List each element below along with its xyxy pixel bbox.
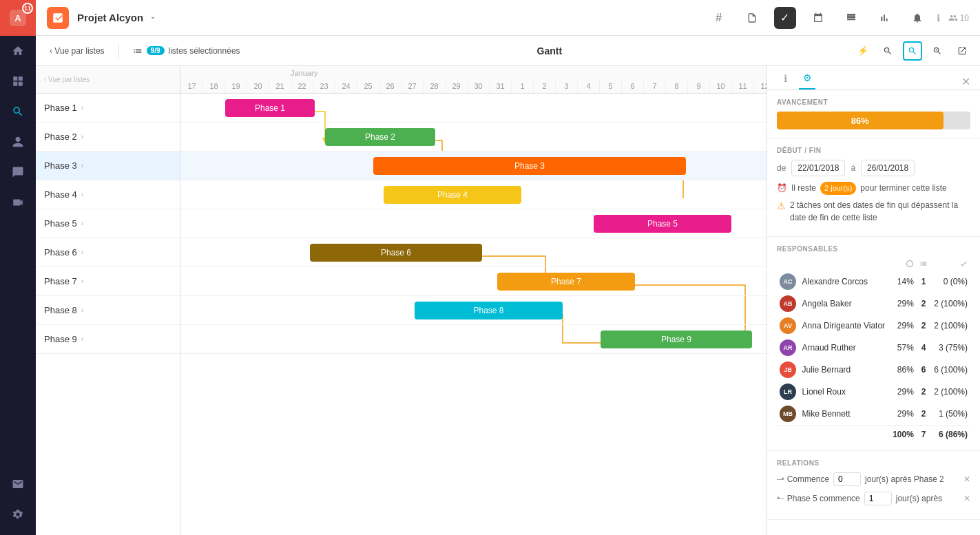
gantt-row-phase7[interactable]: Phase 7	[180, 267, 767, 296]
toolbar-lightning-icon[interactable]: ⚡	[853, 41, 873, 61]
toolbar-search-btn[interactable]	[903, 41, 922, 61]
relation-close-2[interactable]: ✕	[963, 494, 970, 503]
gantt-bar-phase7[interactable]: Phase 7	[497, 273, 635, 291]
phase-row-6[interactable]: Phase 6›	[36, 238, 180, 267]
resp-done: 2 (100%)	[930, 293, 970, 315]
resp-name: Julie Bernard	[800, 359, 890, 381]
lists-selected-button[interactable]: 9/9 9/9 listes sélectionnées listes séle…	[127, 43, 246, 59]
gantt-area: ‹ Vue par listes Phase 1›Phase 2›Phase 3…	[36, 66, 767, 535]
relation-days-1[interactable]	[833, 472, 861, 486]
header-doc-icon[interactable]	[741, 7, 763, 29]
gantt-day: 30	[467, 79, 489, 93]
end-date-input[interactable]: 26/01/2018	[861, 160, 915, 176]
toolbar-right: ⚡	[853, 41, 972, 61]
gantt-bar-phase9[interactable]: Phase 9	[601, 331, 752, 348]
sidebar-logo[interactable]: A 11	[0, 0, 36, 36]
dates-section: DÉBUT / FIN de 22/01/2018 à 26/01/2018 ⏰…	[767, 138, 980, 237]
top-header: Projet Alcyon # ✓ ℹ	[36, 0, 980, 36]
gantt-bar-phase8[interactable]: Phase 8	[415, 302, 563, 319]
resp-pct: 29%	[889, 293, 916, 315]
relation-icon-1: ─•	[777, 474, 783, 484]
resp-tasks: 2	[917, 315, 930, 337]
date-row: de 22/01/2018 à 26/01/2018	[777, 160, 970, 176]
a-label: à	[851, 163, 855, 173]
gantt-chart[interactable]: January February 17 18 19 20 21 22 23 24	[180, 66, 767, 535]
resp-avatar: MB	[780, 406, 796, 422]
resp-name: Lionel Roux	[800, 381, 890, 403]
panel-tab-info[interactable]: ℹ	[777, 73, 793, 90]
gantt-day: 11	[731, 79, 753, 93]
gantt-day: 12	[753, 79, 767, 93]
sidebar: A 11	[0, 0, 36, 535]
resp-avatar: AV	[780, 317, 796, 334]
toolbar: ‹ Vue par listes 9/9 9/9 listes sélectio…	[36, 36, 980, 66]
toolbar-zoom-out-btn[interactable]	[878, 41, 897, 61]
phase-row-9[interactable]: Phase 9›	[36, 325, 180, 354]
gantt-row-phase6[interactable]: Phase 6	[180, 238, 767, 267]
header-info-icon[interactable]: ℹ	[937, 12, 940, 23]
resp-row: LR Lionel Roux 29% 2 2 (100%)	[777, 381, 970, 403]
responsables-title: RESPONSABLES	[777, 245, 970, 253]
sidebar-projects-icon[interactable]	[0, 66, 36, 96]
panel-tab-settings[interactable]: ⚙	[799, 73, 815, 90]
relations-title: RELATIONS	[777, 459, 970, 467]
resp-pct: 29%	[889, 403, 916, 426]
phase-row-7[interactable]: Phase 7›	[36, 267, 180, 296]
gantt-bar-phase5[interactable]: Phase 5	[594, 215, 731, 233]
header-right: ℹ 10	[937, 12, 969, 23]
phase-row-3[interactable]: Phase 3›	[36, 151, 180, 180]
sidebar-chat-icon[interactable]	[0, 157, 36, 187]
gantt-row-phase9[interactable]: Phase 9	[180, 325, 767, 354]
col-tasks-header	[917, 258, 930, 271]
gantt-bar-phase2[interactable]: Phase 2	[325, 128, 435, 146]
sidebar-settings-icon[interactable]	[0, 499, 36, 529]
resp-pct: 14%	[889, 271, 916, 293]
gantt-day: 1	[511, 79, 533, 93]
gantt-day: 17	[180, 79, 202, 93]
content-area: ‹ Vue par listes Phase 1›Phase 2›Phase 3…	[36, 66, 980, 535]
sidebar-mail-icon[interactable]	[0, 469, 36, 499]
header-check-icon[interactable]: ✓	[774, 7, 796, 29]
start-date-input[interactable]: 22/01/2018	[791, 160, 845, 176]
header-hash-icon[interactable]: #	[708, 7, 730, 29]
gantt-day: 31	[489, 79, 511, 93]
sidebar-home-icon[interactable]	[0, 36, 36, 66]
gantt-bar-phase3[interactable]: Phase 3	[373, 157, 686, 175]
gantt-bar-phase6[interactable]: Phase 6	[310, 244, 482, 262]
gantt-row-phase2[interactable]: Phase 2	[180, 123, 767, 151]
phase-row-5[interactable]: Phase 5›	[36, 209, 180, 238]
relation-days-2[interactable]	[864, 492, 892, 505]
phase-row-4[interactable]: Phase 4›	[36, 180, 180, 209]
toolbar-zoom-in-btn[interactable]	[928, 41, 947, 61]
responsables-section: RESPONSABLES	[767, 237, 980, 451]
header-users-icon[interactable]: 10	[948, 13, 969, 23]
phase-row-1[interactable]: Phase 1›	[36, 94, 180, 123]
back-to-lists-button[interactable]: ‹ Vue par listes	[44, 43, 110, 59]
panel-close-button[interactable]: ✕	[961, 75, 970, 88]
sidebar-video-icon[interactable]	[0, 187, 36, 218]
resp-tasks: 6	[917, 359, 930, 381]
header-table-icon[interactable]	[840, 7, 862, 29]
gantt-bar-phase4[interactable]: Phase 4	[384, 186, 521, 204]
progress-bar-container: 86%	[777, 112, 970, 129]
project-name[interactable]: Projet Alcyon	[77, 12, 157, 23]
sidebar-search-icon[interactable]	[0, 96, 36, 127]
gantt-row-phase5[interactable]: Phase 5	[180, 209, 767, 238]
resp-name: Alexandre Corcos	[800, 271, 890, 293]
relations-section: RELATIONS ─• Commence jour(s) après Phas…	[767, 451, 980, 520]
gantt-row-phase8[interactable]: Phase 8	[180, 296, 767, 325]
relation-close-1[interactable]: ✕	[963, 474, 970, 484]
sidebar-user-icon[interactable]	[0, 127, 36, 157]
toolbar-export-btn[interactable]	[952, 41, 972, 61]
phase-row-8[interactable]: Phase 8›	[36, 296, 180, 325]
gantt-bar-phase1[interactable]: Phase 1	[225, 99, 315, 117]
header-chart-icon[interactable]	[873, 7, 895, 29]
phase-row-2[interactable]: Phase 2›	[36, 123, 180, 151]
header-bell-icon[interactable]	[906, 7, 928, 29]
gantt-day: 10	[709, 79, 731, 93]
gantt-row-phase4[interactable]: Phase 4	[180, 180, 767, 209]
month-january: January	[291, 69, 317, 77]
gantt-row-phase1[interactable]: Phase 1	[180, 94, 767, 123]
gantt-row-phase3[interactable]: Phase 3	[180, 151, 767, 180]
header-calendar-icon[interactable]	[807, 7, 829, 29]
